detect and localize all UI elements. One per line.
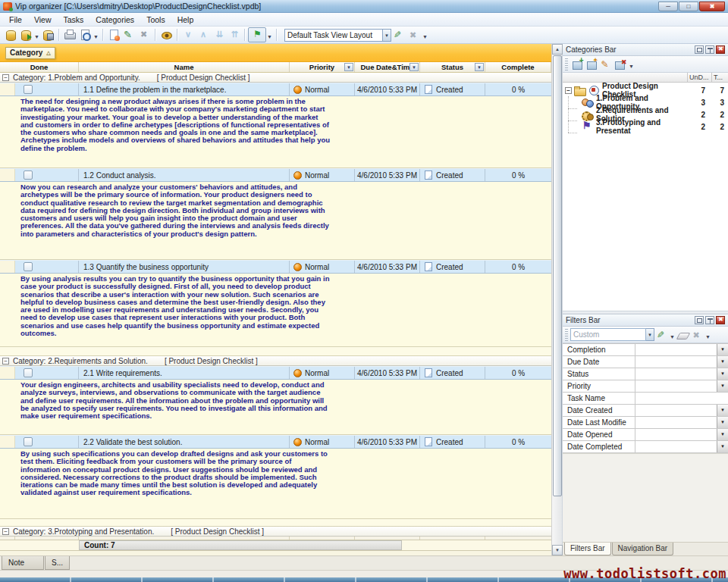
start-tracking-button[interactable] — [248, 27, 266, 42]
filters-close-icon[interactable] — [716, 316, 725, 324]
column-filter-button[interactable]: ▼ — [475, 63, 484, 71]
complete-cell[interactable]: 0 % — [485, 261, 551, 273]
complete-cell[interactable]: 0 % — [485, 436, 551, 448]
menu-file[interactable]: File — [3, 14, 28, 26]
filter-combo-dropdown[interactable]: ▼ — [646, 328, 654, 341]
task-description-row[interactable]: Now you can research and analyze your cu… — [0, 182, 551, 260]
menu-view[interactable]: View — [28, 14, 58, 26]
column-header-status[interactable]: Status▼ — [420, 62, 485, 72]
group-by-chip-category[interactable]: Category △ — [5, 47, 55, 59]
add-category-button[interactable] — [570, 57, 585, 71]
print-preview-button[interactable] — [77, 27, 93, 42]
filters-toolbar-caret[interactable]: ▼ — [704, 327, 711, 343]
categories-toolbar-caret[interactable]: ▼ — [628, 57, 635, 72]
menu-tools[interactable]: Tools — [140, 14, 171, 26]
filter-value-field[interactable] — [635, 380, 717, 392]
complete-cell[interactable]: 0 % — [485, 83, 551, 95]
task-row[interactable]: 2.2 Validate the best solution.Normal4/6… — [0, 435, 551, 449]
new-database-button[interactable] — [3, 27, 18, 42]
filters-restore-icon[interactable] — [695, 316, 704, 324]
vertical-scrollbar[interactable]: ▲ ▼ — [551, 44, 562, 555]
apply-filter-caret[interactable]: ▼ — [669, 327, 676, 343]
task-row[interactable]: 2.1 Write requirements.Normal4/6/2010 5:… — [0, 366, 551, 380]
open-database-button[interactable] — [18, 27, 33, 42]
status-cell[interactable]: Created — [420, 169, 485, 181]
menu-help[interactable]: Help — [171, 14, 200, 26]
task-name-cell[interactable]: 1.2 Conduct analysis. — [79, 169, 290, 181]
task-name-cell[interactable]: 2.2 Validate the best solution. — [79, 436, 290, 448]
task-checkbox[interactable] — [24, 85, 33, 94]
bottom-tab-subtasks[interactable]: S... — [45, 556, 70, 570]
delete-filter-button[interactable] — [690, 327, 704, 342]
tree-col-total[interactable]: T... — [711, 73, 728, 82]
task-description-row[interactable]: The need for designing a new product alw… — [0, 96, 551, 168]
group-header-row[interactable]: −Category: 1.Problem and Opportunity.[ P… — [0, 73, 551, 83]
panel-tab-navigation-bar[interactable]: Navigation Bar — [612, 543, 674, 555]
task-checkbox[interactable] — [24, 262, 33, 271]
delete-layout-button[interactable] — [406, 27, 422, 42]
column-header-name[interactable]: Name — [79, 62, 290, 72]
column-header-due-date-time[interactable]: Due Date&Time▼ — [355, 62, 420, 72]
task-name-cell[interactable]: 1.3 Quantify the business opportunity — [79, 261, 290, 273]
panel-tab-filters-bar[interactable]: Filters Bar — [564, 543, 611, 555]
column-header-priority[interactable]: Priority▼ — [290, 62, 355, 72]
task-name-cell[interactable]: 2.1 Write requirements. — [79, 367, 290, 379]
add-subcategory-button[interactable] — [585, 57, 599, 71]
filter-value-field[interactable] — [635, 356, 717, 368]
complete-cell[interactable]: 0 % — [485, 367, 551, 379]
task-checkbox[interactable] — [24, 171, 33, 180]
edit-layout-button[interactable] — [391, 27, 406, 42]
categories-pin-icon[interactable] — [705, 45, 714, 54]
priority-cell[interactable]: Normal — [290, 367, 355, 379]
task-checkbox[interactable] — [24, 368, 33, 377]
bottom-tab-note[interactable]: Note — [2, 556, 44, 570]
complete-cell[interactable]: 0 % — [485, 169, 551, 181]
filter-dropdown-button[interactable]: ▼ — [717, 441, 728, 452]
filter-value-field[interactable] — [635, 417, 717, 428]
filter-dropdown-button[interactable]: ▼ — [717, 380, 728, 392]
priority-cell[interactable]: Normal — [290, 261, 355, 273]
scrollbar-thumb[interactable] — [553, 55, 562, 496]
group-header-row[interactable]: −Category: 2.Requirements and Solution.[… — [0, 356, 551, 366]
categories-close-icon[interactable] — [716, 45, 725, 54]
collapse-icon[interactable]: − — [2, 528, 9, 535]
column-filter-button[interactable]: ▼ — [410, 63, 419, 71]
delete-category-button[interactable] — [613, 57, 628, 71]
apply-filter-button[interactable] — [654, 327, 669, 342]
maximize-button[interactable]: □ — [679, 2, 698, 11]
clear-filter-button[interactable] — [676, 327, 690, 342]
filter-preset-combo[interactable]: Custom — [570, 328, 646, 341]
close-button[interactable]: ✖ — [699, 2, 725, 11]
filter-value-field[interactable] — [635, 441, 717, 452]
scroll-down-button[interactable]: ▼ — [552, 545, 563, 555]
filter-value-field[interactable] — [635, 344, 717, 355]
status-cell[interactable]: Created — [420, 261, 485, 273]
dropdown-caret-icon[interactable]: ▼ — [33, 27, 40, 42]
dropdown-caret-icon[interactable]: ▼ — [266, 27, 273, 42]
task-row[interactable]: 1.1 Define the problem in the marketplac… — [0, 83, 551, 96]
column-header-complete[interactable]: Complete — [485, 62, 551, 72]
task-description-row[interactable]: By using analysis results you can try to… — [0, 274, 551, 347]
layout-combo-dropdown[interactable]: ▼ — [383, 29, 391, 42]
due-date-cell[interactable]: 4/6/2010 5:33 PM — [355, 436, 420, 448]
delete-task-button[interactable] — [136, 27, 152, 42]
collapse-icon[interactable]: − — [2, 74, 9, 81]
edit-task-button[interactable] — [121, 27, 136, 42]
edit-category-button[interactable] — [599, 57, 613, 71]
tree-collapse-icon[interactable]: − — [565, 87, 572, 94]
filters-pin-icon[interactable] — [705, 316, 714, 324]
scroll-up-button[interactable]: ▲ — [552, 44, 563, 55]
save-database-button[interactable] — [40, 27, 55, 42]
due-date-cell[interactable]: 4/6/2010 5:33 PM — [355, 83, 420, 95]
task-description-row[interactable]: By using such specifications you can dev… — [0, 449, 551, 519]
status-cell[interactable]: Created — [420, 436, 485, 448]
filter-value-field[interactable] — [635, 393, 728, 404]
categories-restore-icon[interactable] — [695, 45, 704, 54]
column-header-done[interactable]: Done — [0, 62, 79, 72]
filter-dropdown-button[interactable]: ▼ — [717, 417, 728, 428]
task-description-row[interactable]: Your design engineers, architects and us… — [0, 380, 551, 435]
filter-value-field[interactable] — [635, 429, 717, 440]
due-date-cell[interactable]: 4/6/2010 5:33 PM — [355, 261, 420, 273]
status-cell[interactable]: Created — [420, 83, 485, 95]
move-to-top-button[interactable] — [226, 27, 241, 42]
